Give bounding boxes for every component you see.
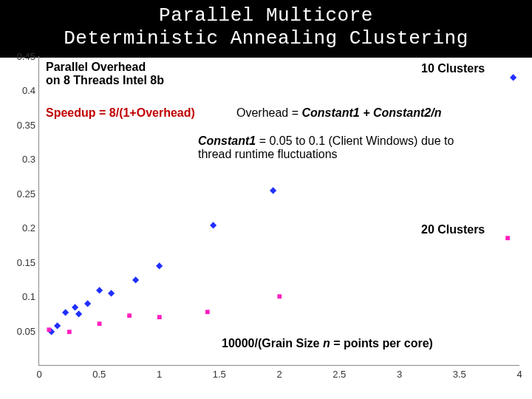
- data-point: ◆: [96, 285, 103, 294]
- scatter-chart: 00.511.522.533.54◆◆◆◆◆◆◆◆◆◆◆◆◆■■■■■■■■ P…: [0, 52, 532, 399]
- data-point: ◆: [108, 288, 115, 297]
- series-b-label: 20 Clusters: [421, 223, 485, 236]
- y-tick: 0.2: [0, 222, 35, 233]
- x-tick: 2.5: [332, 369, 346, 380]
- y-tick: 0.35: [0, 119, 35, 130]
- page-title: Parallel Multicore Deterministic Anneali…: [0, 0, 532, 58]
- data-point: ■: [157, 313, 162, 321]
- data-point: ■: [66, 327, 72, 336]
- data-point: ■: [205, 307, 210, 316]
- overhead-label: Parallel Overhead: [46, 61, 146, 74]
- plot-area: 00.511.522.533.54◆◆◆◆◆◆◆◆◆◆◆◆◆■■■■■■■■: [38, 56, 519, 366]
- data-point: ■: [46, 325, 51, 334]
- speedup-formula: Speedup = 8/(1+Overhead): [46, 106, 195, 120]
- x-tick: 0.5: [92, 369, 106, 380]
- x-tick: 1.5: [213, 369, 226, 380]
- y-tick: 0.3: [0, 154, 35, 165]
- overhead-formula-body: Constant1 + Constant2/n: [302, 106, 442, 119]
- data-point: ■: [126, 311, 132, 320]
- x-label-prefix: 10000/(Grain Size: [222, 337, 323, 349]
- data-point: ◆: [210, 220, 216, 229]
- data-point: ◆: [510, 72, 516, 81]
- x-tick: 1: [157, 369, 162, 380]
- constant-note: Constant1 = 0.05 to 0.1 (Client Windows)…: [198, 134, 454, 162]
- data-point: ◆: [270, 185, 276, 194]
- x-tick: 3: [397, 369, 402, 380]
- x-tick: 3.5: [453, 369, 466, 380]
- y-tick: 0.25: [0, 188, 35, 199]
- x-label-suffix: = points per core): [330, 337, 433, 349]
- x-axis-label: 10000/(Grain Size n = points per core): [222, 337, 433, 350]
- data-point: ■: [276, 292, 282, 301]
- x-label-n: n: [323, 337, 330, 349]
- machine-label: on 8 Threads Intel 8b: [46, 74, 164, 87]
- y-tick: 0.4: [0, 85, 35, 96]
- data-point: ◆: [62, 307, 69, 316]
- y-tick: 0.15: [0, 256, 35, 267]
- data-point: ■: [97, 319, 102, 328]
- x-tick: 4: [516, 369, 522, 380]
- data-point: ■: [505, 233, 510, 242]
- constant-note-prefix: Constant1: [198, 134, 256, 147]
- data-point: ◆: [84, 299, 91, 307]
- x-tick: 0: [36, 369, 41, 380]
- overhead-formula-prefix: Overhead =: [236, 106, 302, 119]
- y-tick: 0.45: [0, 51, 35, 62]
- y-tick: 0.1: [0, 291, 35, 302]
- x-tick: 2: [276, 369, 282, 380]
- data-point: ◆: [132, 275, 139, 284]
- data-point: ◆: [156, 261, 163, 270]
- data-point: ◆: [75, 309, 82, 318]
- overhead-formula: Overhead = Constant1 + Constant2/n: [236, 106, 441, 120]
- series-a-label: 10 Clusters: [421, 62, 485, 75]
- data-point: ◆: [54, 321, 61, 330]
- y-tick: 0.05: [0, 325, 35, 336]
